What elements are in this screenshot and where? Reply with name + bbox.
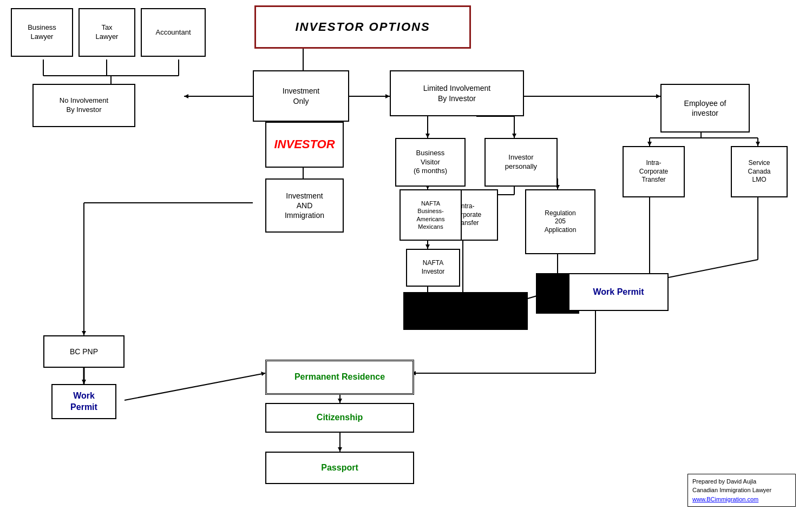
investor-box: INVESTOR: [265, 122, 344, 168]
investor-label: INVESTOR: [274, 137, 335, 153]
service-canada-lmo-box: Service Canada LMO: [731, 146, 788, 197]
citizenship-box: Citizenship: [265, 403, 414, 433]
investment-and-immigration-label: Investment AND Immigration: [285, 191, 324, 221]
credit-box: Prepared by David Aujla Canadian Immigra…: [687, 474, 796, 507]
tax-lawyer-label: Tax Lawyer: [96, 23, 119, 42]
employee-of-investor-label: Employee of investor: [684, 98, 726, 118]
diagram-container: INVESTOR OPTIONS Business Lawyer Tax Law…: [0, 0, 812, 523]
investment-only-label: Investment Only: [283, 86, 319, 105]
regulation-205-label: Regulation 205 Application: [545, 209, 577, 235]
black-block-1: [403, 292, 528, 330]
business-visitor-box: Business Visitor (6 months): [395, 138, 466, 187]
svg-marker-20: [512, 134, 516, 138]
intra-corporate-transfer-right-box: Intra- Corporate Transfer: [623, 146, 685, 197]
bc-pnp-box: BC PNP: [43, 335, 125, 368]
work-permit-left-box: Work Permit: [51, 384, 116, 419]
passport-box: Passport: [265, 452, 414, 484]
investment-and-immigration-box: Investment AND Immigration: [265, 178, 344, 233]
svg-marker-38: [756, 142, 760, 146]
work-permit-left-label: Work Permit: [70, 390, 97, 413]
limited-involvement-box: Limited Involvement By Investor: [390, 70, 524, 116]
svg-marker-53: [82, 380, 86, 384]
employee-of-investor-box: Employee of investor: [660, 84, 750, 133]
investor-personally-box: Investor personally: [484, 138, 558, 187]
svg-marker-8: [184, 94, 188, 98]
passport-label: Passport: [321, 462, 358, 474]
business-lawyer-label: Business Lawyer: [28, 23, 56, 42]
nafta-investor-label: NAFTA Investor: [422, 259, 445, 276]
no-involvement-box: No Involvement By Investor: [32, 84, 135, 127]
investor-personally-label: Investor personally: [505, 153, 537, 171]
investment-only-box: Investment Only: [253, 70, 349, 122]
work-permit-right-label: Work Permit: [593, 287, 644, 298]
svg-marker-22: [656, 94, 660, 98]
svg-marker-60: [338, 399, 342, 403]
accountant-label: Accountant: [155, 28, 191, 37]
business-visitor-label: Business Visitor (6 months): [414, 149, 447, 176]
nafta-investor-box: NAFTA Investor: [406, 249, 460, 287]
svg-marker-58: [261, 372, 265, 376]
bc-pnp-label: BC PNP: [70, 347, 98, 356]
credit-url[interactable]: www.BCimmigration.com: [692, 496, 758, 502]
tax-lawyer-box: Tax Lawyer: [78, 8, 135, 57]
title-box: INVESTOR OPTIONS: [254, 5, 471, 49]
accountant-box: Accountant: [141, 8, 206, 57]
credit-line1: Prepared by David Aujla: [692, 477, 791, 486]
intra-corporate-transfer-right-label: Intra- Corporate Transfer: [639, 159, 668, 184]
svg-marker-62: [338, 447, 342, 452]
permanent-residence-label: Permanent Residence: [294, 372, 385, 383]
credit-line2: Canadian Immigration Lawyer: [692, 486, 791, 495]
regulation-205-box: Regulation 205 Application: [525, 189, 595, 254]
svg-line-57: [125, 373, 265, 400]
permanent-residence-box: Permanent Residence: [265, 360, 414, 395]
limited-involvement-label: Limited Involvement By Investor: [423, 83, 491, 103]
svg-marker-56: [82, 331, 86, 335]
citizenship-label: Citizenship: [317, 412, 363, 423]
no-involvement-label: No Involvement By Investor: [60, 96, 108, 115]
service-canada-lmo-label: Service Canada LMO: [748, 159, 770, 184]
nafta-business-label: NAFTA Business- Americans Mexicans: [417, 200, 445, 230]
svg-marker-17: [425, 134, 430, 138]
work-permit-right-box: Work Permit: [568, 273, 669, 311]
svg-marker-36: [647, 142, 652, 146]
svg-marker-15: [385, 94, 390, 98]
title-text: INVESTOR OPTIONS: [295, 19, 430, 35]
svg-marker-26: [425, 244, 430, 249]
business-lawyer-box: Business Lawyer: [11, 8, 73, 57]
nafta-business-box: NAFTA Business- Americans Mexicans: [400, 189, 462, 241]
